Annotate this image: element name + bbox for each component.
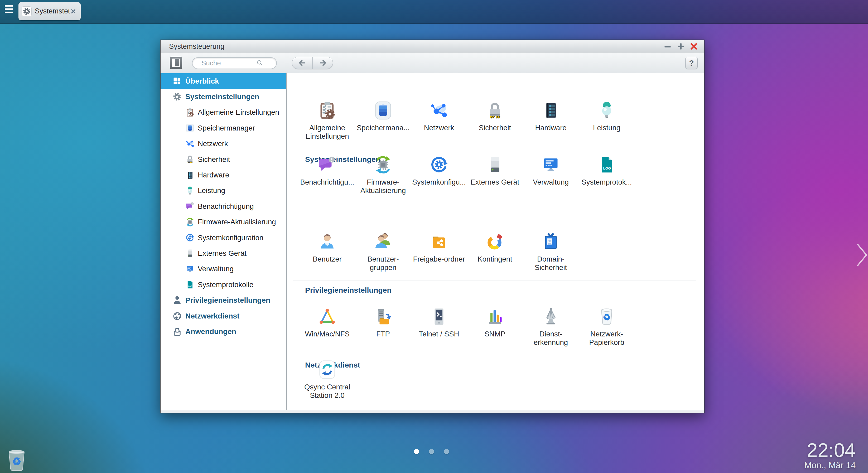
app-shortcut-label: Telnet / SSH bbox=[419, 330, 459, 338]
app-shortcut[interactable]: Leistung bbox=[579, 101, 634, 140]
app-shortcut[interactable]: Speichermana... bbox=[355, 101, 411, 140]
sidebar-item[interactable]: Systemkonfiguration bbox=[161, 230, 286, 246]
app-shortcut[interactable]: LOGSystemprotok... bbox=[579, 155, 634, 195]
svg-text:♻: ♻ bbox=[12, 455, 21, 467]
app-shortcut[interactable]: Domain- Sicherheit bbox=[523, 232, 579, 272]
sidebar-item[interactable]: Allgemeine Einstellungen bbox=[161, 105, 286, 120]
tab-close-icon[interactable] bbox=[70, 8, 76, 14]
storage-icon bbox=[185, 123, 194, 133]
maximize-button[interactable] bbox=[677, 42, 685, 50]
sidebar-item-label: Externes Gerät bbox=[198, 249, 247, 258]
icon-grid-row: Win/Mac/NFSFTPTelnet / SSHSNMPDienst- er… bbox=[299, 307, 634, 347]
search-icon bbox=[256, 59, 264, 67]
app-shortcut[interactable]: Sicherheit bbox=[467, 101, 523, 140]
sidebar-item[interactable]: Benachrichtigung bbox=[161, 198, 286, 214]
app-shortcut[interactable]: Kontingent bbox=[467, 232, 523, 272]
sidebar-item[interactable]: Speichermanager bbox=[161, 120, 286, 136]
section-divider bbox=[293, 281, 696, 281]
close-button[interactable] bbox=[690, 42, 698, 50]
svg-text:♻: ♻ bbox=[603, 312, 611, 322]
qsync-icon bbox=[318, 360, 337, 379]
hardware-icon bbox=[541, 101, 560, 120]
app-shortcut-label: Allgemeine Einstellungen bbox=[305, 124, 349, 140]
app-shortcut[interactable]: Netzwerk bbox=[411, 101, 467, 140]
netrecycle-icon: ♻ bbox=[597, 307, 616, 326]
clock-date: Mon., Mär 14 bbox=[804, 460, 856, 470]
sidebar-item[interactable]: Sicherheit bbox=[161, 152, 286, 167]
telnet-icon bbox=[430, 307, 448, 326]
clock-time: 22:04 bbox=[804, 440, 856, 460]
app-shortcut[interactable]: Freigabe-ordner bbox=[411, 232, 467, 272]
minimize-button[interactable] bbox=[664, 42, 672, 50]
icon-grid-row: Benachrichtigu...Firmware- Aktualisierun… bbox=[299, 155, 634, 195]
app-shortcut[interactable]: SNMP bbox=[467, 307, 523, 347]
sidebar-item[interactable]: Anwendungen bbox=[161, 324, 286, 339]
sidebar-item-label: Privilegieneinstellungen bbox=[185, 296, 270, 305]
sidebar-item[interactable]: Privilegieneinstellungen bbox=[161, 292, 286, 308]
page-dot-2[interactable] bbox=[429, 449, 434, 454]
applications-icon bbox=[172, 327, 182, 337]
quota-icon bbox=[486, 232, 504, 251]
sidebar-item[interactable]: Firmware-Aktualisierung bbox=[161, 214, 286, 230]
app-shortcut[interactable]: Allgemeine Einstellungen bbox=[299, 101, 355, 140]
search-box bbox=[192, 57, 277, 69]
desktop-wallpaper: Systemsteueru... 6 admin Systemsteuerung bbox=[0, 0, 868, 473]
sidebar-item[interactable]: LOGSystemprotokolle bbox=[161, 277, 286, 292]
sidebar-item[interactable]: Überblick bbox=[161, 73, 286, 89]
sidebar-item-label: Benachrichtigung bbox=[198, 202, 254, 211]
app-shortcut[interactable]: Dienst- erkennung bbox=[523, 307, 579, 347]
app-shortcut[interactable]: ♻Netzwerk- Papierkorb bbox=[579, 307, 634, 347]
control-panel-window: Systemsteuerung ? ÜberblickSystemeinstel… bbox=[160, 39, 705, 413]
sidebar-item[interactable]: Verwaltung bbox=[161, 261, 286, 277]
page-dot-3[interactable] bbox=[444, 449, 449, 454]
section-title: Privilegieneinstellungen bbox=[305, 286, 392, 294]
app-shortcut-label: Benutzer- gruppen bbox=[367, 255, 399, 272]
app-shortcut[interactable]: FTP bbox=[355, 307, 411, 347]
recycle-bin-icon[interactable]: ♻ bbox=[7, 449, 26, 471]
next-page-arrow[interactable] bbox=[856, 243, 868, 268]
app-shortcut[interactable]: Hardware bbox=[523, 101, 579, 140]
sidebar-item[interactable]: Netzwerkdienst bbox=[161, 308, 286, 324]
app-shortcut[interactable]: Systemkonfigu... bbox=[411, 155, 467, 195]
app-shortcut-label: Systemkonfigu... bbox=[412, 178, 466, 186]
app-shortcut[interactable]: Firmware- Aktualisierung bbox=[355, 155, 411, 195]
security-icon bbox=[185, 155, 194, 164]
sysconfig-icon bbox=[185, 233, 194, 242]
app-shortcut[interactable]: Verwaltung bbox=[523, 155, 579, 195]
icon-grid-row: BenutzerBenutzer- gruppenFreigabe-ordner… bbox=[299, 232, 579, 272]
app-shortcut-label: Hardware bbox=[535, 124, 566, 132]
app-shortcut[interactable]: Benutzer bbox=[299, 232, 355, 272]
app-shortcut[interactable]: Benutzer- gruppen bbox=[355, 232, 411, 272]
app-shortcut[interactable]: Qsync Central Station 2.0 bbox=[299, 360, 355, 400]
help-button[interactable]: ? bbox=[685, 57, 698, 69]
search-input[interactable] bbox=[192, 59, 256, 67]
app-shortcut[interactable]: Externes Gerät bbox=[467, 155, 523, 195]
back-button[interactable] bbox=[292, 57, 313, 69]
app-shortcut[interactable]: Telnet / SSH bbox=[411, 307, 467, 347]
app-shortcut-label: Externes Gerät bbox=[471, 178, 520, 186]
app-shortcut-label: Domain- Sicherheit bbox=[535, 255, 567, 272]
forward-button[interactable] bbox=[313, 57, 333, 69]
toggle-sidebar-button[interactable] bbox=[170, 57, 182, 69]
app-shortcut-label: Qsync Central Station 2.0 bbox=[304, 383, 350, 400]
sidebar-item[interactable]: Leistung bbox=[161, 183, 286, 198]
topbar: Systemsteueru... 6 admin bbox=[0, 0, 868, 24]
sidebar-item[interactable]: Hardware bbox=[161, 167, 286, 183]
app-tab-systemsteuerung[interactable]: Systemsteueru... bbox=[19, 2, 81, 20]
sidebar-item-label: Anwendungen bbox=[185, 327, 236, 336]
sidebar-item[interactable]: Systemeinstellungen bbox=[161, 89, 286, 104]
window-footer bbox=[161, 410, 704, 413]
sidebar-item-label: Überblick bbox=[185, 77, 219, 86]
sidebar-item[interactable]: Netzwerk bbox=[161, 136, 286, 152]
winmacnfs-icon bbox=[318, 307, 337, 326]
main-menu-button[interactable] bbox=[5, 5, 13, 14]
network-icon bbox=[185, 139, 194, 149]
page-dot-1[interactable] bbox=[414, 449, 419, 454]
sidebar-item-label: Sicherheit bbox=[198, 155, 230, 164]
app-shortcut-label: Speichermana... bbox=[357, 124, 409, 132]
app-shortcut[interactable]: Benachrichtigu... bbox=[299, 155, 355, 195]
sidebar-item[interactable]: Externes Gerät bbox=[161, 246, 286, 261]
storage-icon bbox=[374, 101, 393, 120]
app-shortcut-label: Leistung bbox=[593, 124, 620, 132]
app-shortcut[interactable]: Win/Mac/NFS bbox=[299, 307, 355, 347]
